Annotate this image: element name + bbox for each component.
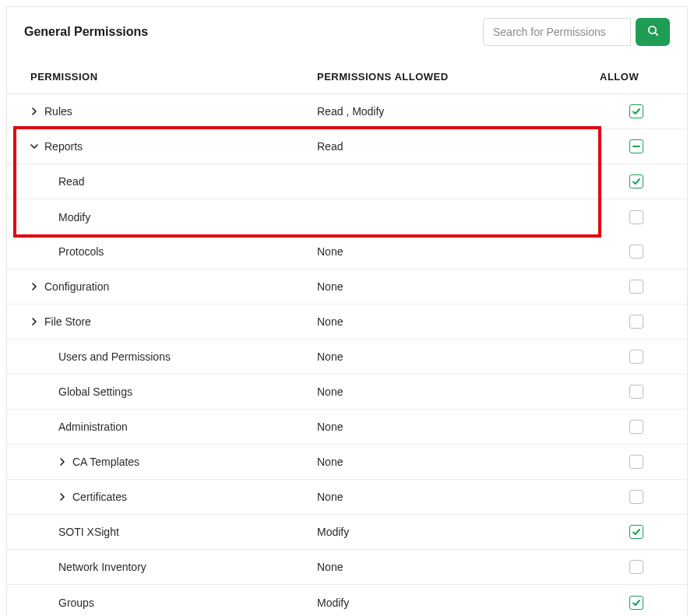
permission-label: CA Templates [72,456,139,468]
allow-cell [629,174,670,188]
label-cell: Global Settings [7,385,317,398]
label-cell: Certificates [7,491,317,503]
label-cell: Modify [7,211,317,224]
label-cell: Groups [7,597,317,609]
permissions-allowed-value: None [317,456,629,468]
allow-cell [629,280,670,294]
label-cell: Network Inventory [7,561,317,573]
allow-cell [629,139,670,153]
permission-row-global-settings: Global SettingsNone [7,375,687,410]
allow-cell [629,350,670,364]
label-cell: Read [7,175,317,188]
permissions-allowed-value: None [317,315,629,328]
permission-row-ca-templates: CA TemplatesNone [7,445,687,480]
label-cell: Configuration [7,280,317,293]
permission-label: Certificates [72,491,127,503]
col-header-permissions-allowed: PERMISSIONS ALLOWED [317,71,600,83]
permission-label: Protocols [58,245,104,258]
permission-label: File Store [44,315,91,328]
allow-cell [629,490,670,504]
allow-checkbox-users-permissions[interactable] [629,350,643,364]
permission-label: SOTI XSight [58,526,119,538]
allow-checkbox-reports-read[interactable] [629,174,643,188]
permission-row-file-store: File StoreNone [7,304,687,340]
permission-row-users-permissions: Users and PermissionsNone [7,340,687,375]
col-header-permission: PERMISSION [30,71,317,83]
allow-checkbox-file-store[interactable] [629,315,643,329]
allow-checkbox-reports-modify[interactable] [629,210,643,224]
permission-label: Groups [58,597,94,609]
label-cell: Protocols [7,245,317,258]
allow-checkbox-certificates[interactable] [629,490,643,504]
permission-label: Network Inventory [58,561,146,573]
permissions-allowed-value: Modify [317,526,629,538]
highlight-region: ReportsReadReadModify [7,129,687,234]
label-cell: SOTI XSight [7,526,317,538]
allow-checkbox-ca-templates[interactable] [629,455,643,469]
chevron-right-icon[interactable] [29,107,40,115]
permission-row-rules: RulesRead , Modify [7,94,687,129]
chevron-down-icon[interactable] [29,143,40,150]
permission-label: Global Settings [58,385,132,398]
permission-row-soti-xsight: SOTI XSightModify [7,515,687,550]
allow-checkbox-administration[interactable] [629,420,643,434]
allow-cell [629,560,670,574]
label-cell: Reports [7,140,317,153]
allow-checkbox-configuration[interactable] [629,280,643,294]
chevron-right-icon[interactable] [57,493,68,501]
permission-row-protocols: ProtocolsNone [7,234,687,269]
permissions-allowed-value: None [317,245,629,258]
allow-cell [629,596,670,610]
allow-cell [629,420,670,434]
permission-row-network-inventory: Network InventoryNone [7,550,687,585]
permission-row-certificates: CertificatesNone [7,480,687,515]
allow-checkbox-protocols[interactable] [629,245,643,259]
panel-title: General Permissions [24,25,148,39]
allow-checkbox-reports[interactable] [629,139,643,153]
allow-cell [629,104,670,118]
permission-label: Configuration [44,280,109,293]
label-cell: CA Templates [7,456,317,468]
permission-row-configuration: ConfigurationNone [7,269,687,304]
panel-header: General Permissions [7,7,687,57]
label-cell: File Store [7,315,317,328]
search-container [483,18,670,46]
chevron-right-icon[interactable] [57,458,68,466]
allow-cell [629,455,670,469]
allow-cell [629,315,670,329]
permission-row-reports-modify: Modify [7,199,687,234]
search-button[interactable] [636,18,670,46]
label-cell: Users and Permissions [7,350,317,363]
table-header: PERMISSION PERMISSIONS ALLOWED ALLOW [7,57,687,94]
permissions-allowed-value: Modify [317,597,629,609]
permission-label: Read [58,175,84,188]
permissions-allowed-value: None [317,491,629,503]
permissions-allowed-value: Read [317,140,629,153]
permissions-allowed-value: None [317,280,629,293]
permission-row-groups: GroupsModify [7,585,687,616]
allow-checkbox-soti-xsight[interactable] [629,525,643,539]
chevron-right-icon[interactable] [29,283,40,290]
allow-cell [629,385,670,399]
allow-cell [629,525,670,539]
chevron-right-icon[interactable] [29,318,40,326]
allow-checkbox-global-settings[interactable] [629,385,643,399]
label-cell: Administration [7,421,317,433]
allow-checkbox-rules[interactable] [629,104,643,118]
label-cell: Rules [7,105,317,118]
permissions-allowed-value: None [317,350,629,363]
permission-label: Modify [58,211,90,224]
permission-row-reports-read: Read [7,164,687,199]
svg-line-1 [654,33,657,35]
search-icon [646,24,660,40]
permission-label: Reports [44,140,83,153]
col-header-allow: ALLOW [600,71,670,83]
allow-checkbox-groups[interactable] [629,596,643,610]
permission-row-reports: ReportsRead [7,129,687,164]
permission-label: Users and Permissions [58,350,171,363]
allow-checkbox-network-inventory[interactable] [629,560,643,574]
permissions-panel: General Permissions PERMISSION PERMISSIO… [6,6,688,616]
search-input[interactable] [483,18,631,46]
permission-row-administration: AdministrationNone [7,410,687,445]
permission-label: Administration [58,421,128,433]
